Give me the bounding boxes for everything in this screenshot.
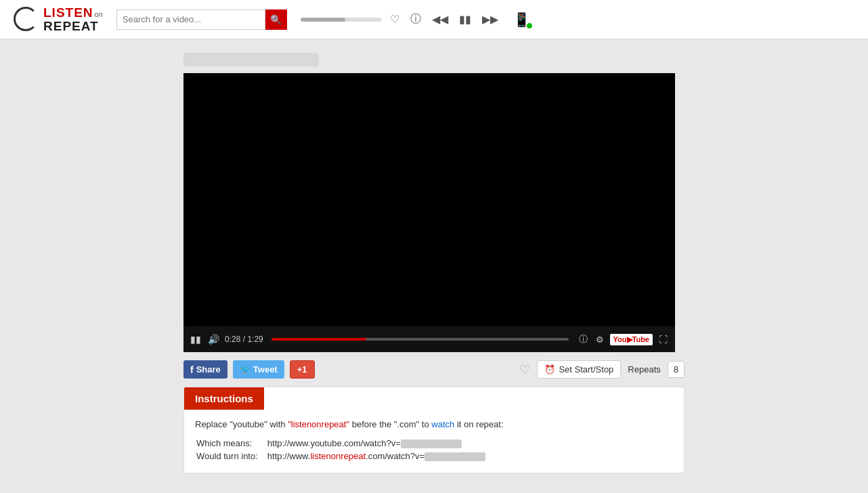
logo-repeat: REPEAT [43, 20, 103, 33]
volume-icon: 🔊 [208, 334, 219, 345]
which-means-url: http://www.youtube.com/watch?v= [267, 437, 485, 449]
settings-icon: ⚙ [596, 335, 604, 345]
search-button[interactable]: 🔍 [265, 9, 287, 30]
repeats-label: Repeats [628, 364, 660, 374]
social-buttons: f Share 🐦 Tweet +1 [183, 360, 315, 379]
set-start-stop-button[interactable]: ⏰ Set Start/Stop [537, 360, 621, 379]
header-pause-button[interactable]: ▮▮ [456, 12, 474, 27]
logo-circle-icon [14, 7, 38, 31]
instructions-highlight: "listenonrepeat" [288, 419, 349, 429]
video-controls-bar: ▮▮ 🔊 0:28 / 1:29 ⓘ ⚙ You▶Tube ⛶ [183, 326, 675, 352]
total-time: 1:29 [247, 335, 263, 344]
url-table: Which means: http://www.youtube.com/watc… [195, 436, 487, 463]
current-time: 0:28 [225, 335, 240, 344]
logo-on: on [95, 10, 103, 18]
video-progress-fill [272, 338, 366, 341]
search-input[interactable] [116, 9, 265, 30]
tw-label: Tweet [253, 364, 278, 374]
instructions-watch-link[interactable]: watch [431, 419, 454, 429]
lor-url-middle: listenonrepeat [310, 451, 366, 461]
header-heart-button[interactable]: ♡ [387, 12, 402, 27]
social-bar: f Share 🐦 Tweet +1 ♡ ⏰ Set Start/Stop Re… [183, 360, 685, 379]
clock-icon: ⏰ [544, 364, 555, 374]
search-icon: 🔍 [270, 14, 282, 25]
header-skip-back-button[interactable]: ◀◀ [429, 12, 451, 27]
logo-text: LISTEN on REPEAT [43, 6, 103, 33]
header-progress-fill [301, 18, 345, 22]
header: LISTEN on REPEAT 🔍 ♡ ⓘ ◀◀ ▮▮ ▶▶ 📱 [0, 0, 868, 39]
would-turn-into-url: http://www.listenonrepeat.com/watch?v= [267, 450, 485, 462]
facebook-icon: f [190, 364, 194, 375]
fb-label: Share [196, 364, 221, 374]
header-controls: ♡ ⓘ ◀◀ ▮▮ ▶▶ 📱 [301, 11, 530, 28]
facebook-share-button[interactable]: f Share [183, 360, 227, 379]
twitter-icon: 🐦 [240, 364, 251, 374]
video-title-bar [183, 53, 319, 66]
instructions-header: Instructions [184, 387, 264, 410]
header-info-button[interactable]: ⓘ [408, 11, 424, 28]
youtube-url-prefix: http://www.youtube.com/watch?v= [267, 438, 401, 448]
instructions-body: Replace "youtube" with "listenonrepeat" … [184, 410, 684, 473]
time-display: 0:28 / 1:29 [225, 335, 263, 344]
gplus-button[interactable]: +1 [290, 360, 315, 379]
twitter-tweet-button[interactable]: 🐦 Tweet [233, 360, 284, 379]
mobile-icon-area: 📱 [513, 12, 530, 28]
instructions-main-text: Replace "youtube" with "listenonrepeat" … [195, 419, 673, 429]
video-container: ▮▮ 🔊 0:28 / 1:29 ⓘ ⚙ You▶Tube ⛶ [183, 73, 675, 352]
instructions-text-2: before the ".com" to [349, 419, 431, 429]
logo-area: LISTEN on REPEAT [14, 6, 103, 33]
video-pause-button[interactable]: ▮▮ [189, 333, 202, 346]
lor-url-blurred [425, 452, 485, 461]
video-screen [183, 73, 675, 326]
mobile-badge [526, 22, 533, 29]
would-turn-into-label: Would turn into: [196, 450, 266, 462]
video-info-button[interactable]: ⓘ [577, 332, 590, 347]
youtube-url-blurred [401, 440, 462, 448]
search-area: 🔍 [116, 9, 287, 30]
video-settings-button[interactable]: ⚙ [594, 333, 606, 346]
header-progress-bar [301, 18, 382, 22]
which-means-label: Which means: [196, 437, 266, 449]
info-small-icon: ⓘ [579, 334, 588, 344]
video-progress-track[interactable] [272, 338, 569, 341]
video-volume-button[interactable]: 🔊 [207, 333, 221, 346]
video-fullscreen-button[interactable]: ⛶ [657, 333, 670, 346]
pause-icon: ▮▮ [190, 334, 201, 345]
gplus-label: +1 [297, 364, 307, 374]
heart-icon: ♡ [519, 363, 530, 377]
instructions-text-1: Replace "youtube" with [195, 419, 288, 429]
set-start-stop-label: Set Start/Stop [559, 364, 613, 374]
repeats-count: 8 [668, 361, 685, 378]
header-skip-fwd-button[interactable]: ▶▶ [479, 12, 501, 27]
instructions-panel: Instructions Replace "youtube" with "lis… [183, 387, 685, 473]
logo-listen: LISTEN [43, 6, 93, 20]
lor-url-suffix: .com/watch?v= [366, 451, 425, 461]
instructions-text-3: it on repeat: [454, 419, 503, 429]
which-means-row: Which means: http://www.youtube.com/watc… [196, 437, 485, 449]
youtube-badge: You▶Tube [610, 334, 653, 345]
main-content: ▮▮ 🔊 0:28 / 1:29 ⓘ ⚙ You▶Tube ⛶ [183, 39, 685, 487]
repeat-controls: ♡ ⏰ Set Start/Stop Repeats 8 [519, 360, 685, 379]
fullscreen-icon: ⛶ [659, 335, 668, 345]
favorite-heart-button[interactable]: ♡ [519, 362, 530, 377]
lor-url-prefix: http://www. [267, 451, 311, 461]
would-turn-into-row: Would turn into: http://www.listenonrepe… [196, 450, 485, 462]
